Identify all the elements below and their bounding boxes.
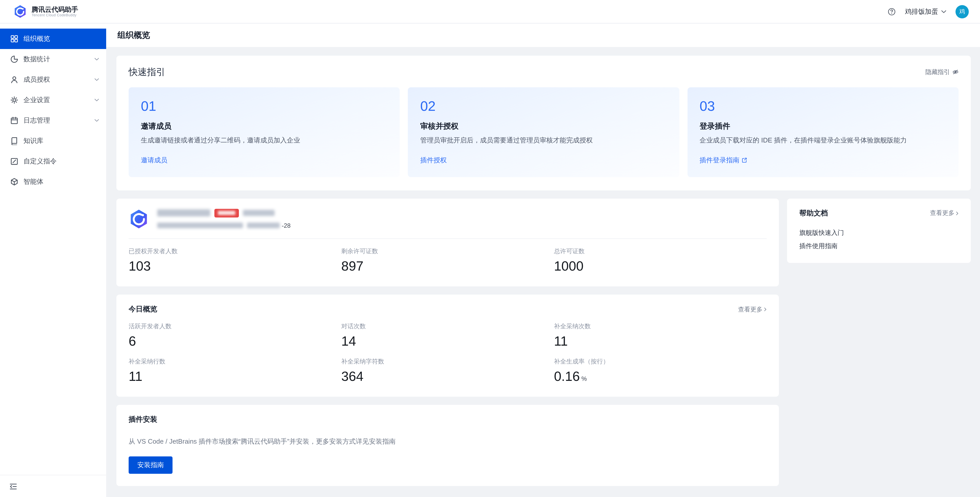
stat-value: 11 [554,333,767,349]
help-link-quickstart[interactable]: 旗舰版快速入门 [799,228,959,238]
license-stats: 已授权开发者人数 103 剩余许可证数 897 总许可证数 1000 [129,247,767,274]
main-content: 组织概览 快速指引 隐藏指引 [106,24,980,497]
eye-off-icon [953,69,959,75]
step-number: 03 [700,99,946,115]
stat-remaining-licenses: 剩余许可证数 897 [341,247,554,274]
sidebar-collapse-icon[interactable] [9,482,18,491]
hide-guide-label: 隐藏指引 [925,68,950,76]
stat-completion-accept-lines: 补全采纳行数 11 [129,357,341,384]
stat-total-licenses: 总许可证数 1000 [554,247,767,274]
chevron-down-icon [94,58,99,61]
stat-label: 已授权开发者人数 [129,247,341,256]
plugin-auth-link[interactable]: 插件授权 [420,156,447,165]
install-guide-button[interactable]: 安装指南 [129,457,172,474]
avatar-text: 鸡 [959,8,965,15]
user-avatar[interactable]: 鸡 [956,5,969,18]
codebuddy-logo-icon [13,5,27,18]
user-icon [10,76,18,84]
redacted-text [243,210,275,216]
help-link-plugin-guide[interactable]: 插件使用指南 [799,241,959,251]
help-docs-more-link[interactable]: 查看更多 [930,209,959,218]
chevron-down-icon [94,99,99,102]
more-label: 查看更多 [738,305,762,314]
redacted-badge-text [218,211,235,215]
sidebar: 组织概览 数据统计 [0,24,106,497]
stat-active-developers: 活跃开发者人数 6 [129,322,341,349]
plugin-install-card: 插件安装 从 VS Code / JetBrains 插件市场搜索“腾讯云代码助… [116,405,779,486]
topbar-right: 鸡排饭加蛋 鸡 [888,5,969,18]
org-header: -28 [129,209,767,229]
book-icon [10,137,18,145]
stat-chat-count: 对话次数 14 [341,322,554,349]
redacted-text [157,223,243,228]
stat-label: 总许可证数 [554,247,767,256]
sidebar-item-org-overview[interactable]: 组织概览 [0,29,106,49]
help-links: 旗舰版快速入门 插件使用指南 [799,228,959,251]
brand-subtitle: Tencent Cloud CodeBuddy [32,14,78,17]
sidebar-item-label: 知识库 [24,136,99,145]
quick-guide-card: 快速指引 隐藏指引 01 [116,56,971,190]
stat-value: 6 [129,333,341,349]
stat-label: 剩余许可证数 [341,247,554,256]
chevron-right-icon [956,211,959,215]
quick-step-invite: 01 邀请成员 生成邀请链接或者通过分享二维码，邀请成员加入企业 邀请成员 [129,87,400,177]
brand-text: 腾讯云代码助手 Tencent Cloud CodeBuddy [32,6,78,17]
stat-label: 活跃开发者人数 [129,322,341,331]
brand-title: 腾讯云代码助手 [32,6,78,14]
step-title: 邀请成员 [141,121,388,131]
stat-completion-accept-chars: 补全采纳字符数 364 [341,357,554,384]
sidebar-item-member-auth[interactable]: 成员授权 [0,69,106,90]
invite-member-link[interactable]: 邀请成员 [141,156,167,165]
org-license-card: -28 已授权开发者人数 103 [116,199,779,287]
stat-authorized-developers: 已授权开发者人数 103 [129,247,341,274]
today-stats: 活跃开发者人数 6 对话次数 14 补全采纳次数 11 [129,322,767,385]
today-more-link[interactable]: 查看更多 [738,305,767,314]
help-docs-card: 帮助文档 查看更多 旗舰版快速入门 插件使用指南 [787,199,971,263]
calendar-icon [10,116,18,124]
stat-value: 364 [341,369,554,384]
step-desc: 企业成员下载对应的 IDE 插件，在插件端登录企业账号体验旗舰版能力 [700,136,946,145]
stat-unit: % [581,375,587,382]
sidebar-item-log-management[interactable]: 日志管理 [0,110,106,131]
stat-value: 14 [341,333,554,349]
sidebar-item-label: 成员授权 [24,75,89,84]
divider [129,239,767,239]
pie-chart-icon [10,55,18,63]
quick-step-approve: 02 审核并授权 管理员审批开启后，成员需要通过管理员审核才能完成授权 插件授权 [408,87,679,177]
help-icon[interactable] [888,7,896,16]
today-title: 今日概览 [129,305,157,314]
sidebar-item-custom-instructions[interactable]: 自定义指令 [0,151,106,172]
brand: 腾讯云代码助手 Tencent Cloud CodeBuddy [13,5,78,18]
sidebar-item-data-stats[interactable]: 数据统计 [0,49,106,69]
sidebar-item-enterprise-settings[interactable]: 企业设置 [0,90,106,110]
step-number: 02 [420,99,667,115]
content-area: 快速指引 隐藏指引 01 [106,47,980,497]
redacted-org-name [157,210,210,217]
sidebar-item-agent[interactable]: 智能体 [0,172,106,192]
stat-label: 对话次数 [341,322,554,331]
stat-label: 补全采纳字符数 [341,357,554,366]
edit-square-icon [10,157,18,166]
quick-step-login-plugin: 03 登录插件 企业成员下载对应的 IDE 插件，在插件端登录企业账号体验旗舰版… [687,87,959,177]
org-switcher[interactable]: 鸡排饭加蛋 [905,7,946,16]
stat-completion-accept-count: 补全采纳次数 11 [554,322,767,349]
plugin-install-title: 插件安装 [129,415,767,424]
step-desc: 生成邀请链接或者通过分享二维码，邀请成员加入企业 [141,136,388,145]
step-number: 01 [141,99,388,115]
stat-value: 0.16% [554,369,767,384]
step-title: 审核并授权 [420,121,667,131]
sidebar-item-knowledge-base[interactable]: 知识库 [0,131,106,151]
cube-icon [10,178,18,186]
plugin-login-guide-label: 插件登录指南 [700,156,739,165]
org-switcher-label: 鸡排饭加蛋 [905,7,938,16]
plugin-login-guide-link[interactable]: 插件登录指南 [700,156,747,165]
topbar: 腾讯云代码助手 Tencent Cloud CodeBuddy 鸡排饭加蛋 鸡 [0,0,980,24]
sidebar-item-label: 自定义指令 [24,157,99,166]
chevron-down-icon [941,10,946,13]
redacted-org-id [247,223,280,228]
chevron-down-icon [94,119,99,122]
chevron-right-icon [764,307,767,311]
hide-guide-link[interactable]: 隐藏指引 [925,68,959,76]
sidebar-item-label: 数据统计 [24,55,89,64]
sidebar-item-label: 日志管理 [24,116,89,125]
